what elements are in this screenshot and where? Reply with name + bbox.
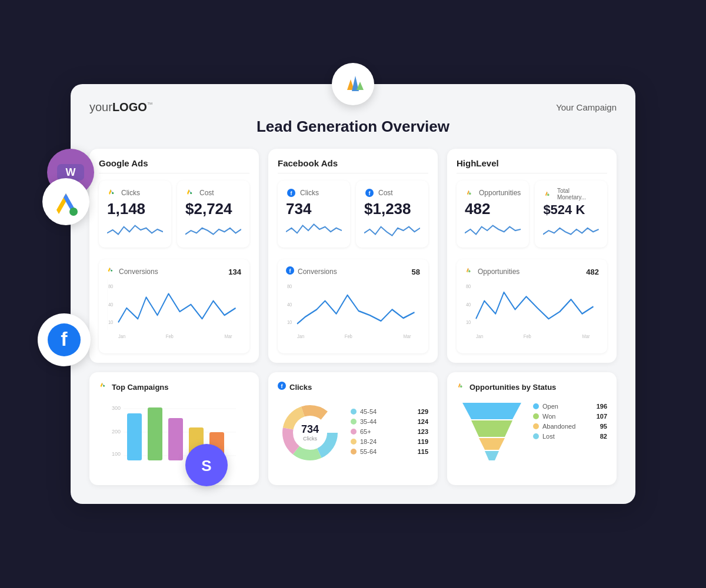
svg-text:10: 10: [108, 319, 114, 325]
legend-item-55-64: 55-64 115: [351, 448, 428, 455]
legend-label: 45-54: [360, 408, 414, 415]
svg-marker-82: [471, 420, 512, 437]
google-conv-value: 134: [228, 268, 241, 276]
fb-cost-sparkline: [364, 220, 420, 239]
hl-opps-chart-icon: [465, 266, 474, 277]
bottom-sections-grid: Top Campaigns 300 200 100: [89, 372, 617, 485]
legend-val: 95: [600, 423, 607, 430]
dashboard-panel: yourLOGO™ Your Campaign Lead Generation …: [71, 84, 635, 505]
legend-dot: [533, 423, 539, 429]
dashboard-wrapper: W f S yourLOGO™ Your Campaign: [71, 84, 635, 505]
ops-by-status-panel: Opportunities by Status: [447, 372, 617, 485]
legend-val: 107: [597, 413, 607, 420]
google-clicks-label: Clicks: [121, 189, 140, 197]
google-ads-section: Google Ads: [89, 149, 259, 363]
svg-text:Feb: Feb: [166, 333, 174, 340]
funnel-legend: Open 196 Won 107 Abandoned 95: [533, 397, 607, 443]
svg-point-21: [111, 270, 112, 272]
fb-conv-label: Conversions: [298, 268, 337, 276]
svg-marker-83: [479, 438, 505, 450]
hl-opps-card: Opportunities 482: [457, 181, 529, 248]
legend-dot: [533, 403, 539, 409]
legend-dot: [351, 409, 357, 415]
svg-point-43: [469, 192, 471, 195]
legend-label: 18-24: [360, 438, 414, 445]
legend-item-open: Open 196: [533, 403, 607, 410]
legend-label: Abandoned: [542, 423, 597, 430]
highlevel-metrics-row: Opportunities 482: [457, 181, 607, 248]
legend-label: 55-64: [360, 448, 414, 455]
google-conv-icon: [107, 266, 115, 277]
highlevel-icon: [465, 188, 475, 198]
svg-text:200: 200: [112, 429, 121, 435]
highlevel-title: HighLevel: [457, 158, 607, 173]
hl-opps-chart-label: Opportunities: [478, 268, 519, 276]
top-campaigns-title: Top Campaigns: [112, 383, 169, 392]
hl-monetary-value: $524 K: [543, 203, 599, 217]
legend-dot: [351, 429, 357, 435]
facebook-icon: f: [286, 188, 297, 198]
stripe-float-icon: S: [185, 444, 228, 486]
hl-opps-sparkline: [465, 220, 521, 239]
google-cost-sparkline: [185, 220, 241, 239]
legend-item-65plus: 65+ 123: [351, 428, 428, 435]
svg-text:Feb: Feb: [524, 333, 531, 340]
highlevel-section: HighLevel: [447, 149, 617, 363]
donut-center-num: 734: [301, 424, 319, 436]
google-clicks-sparkline: [107, 220, 163, 239]
donut-center-sub: Clicks: [301, 436, 319, 442]
hl-opps-value: 482: [465, 201, 521, 218]
svg-text:80: 80: [108, 283, 114, 289]
svg-point-80: [460, 386, 462, 388]
ops-status-icon: [457, 382, 466, 392]
legend-val: 115: [418, 448, 428, 455]
hl-opps-chart-value: 482: [586, 268, 599, 276]
svg-text:f: f: [61, 328, 68, 350]
funnel-chart: [457, 397, 527, 467]
facebook-metrics-row: f Clicks 734 f: [278, 181, 428, 248]
fb-conv-icon: f: [286, 266, 294, 277]
hl-opportunities-chart: Opportunities 482 80 40 10 Jan Feb Mar: [457, 259, 607, 353]
hl-opps-line-chart: 80 40 10 Jan Feb Mar: [465, 279, 599, 344]
fb-cost-value: $1,238: [364, 201, 420, 218]
ops-status-title: Opportunities by Status: [469, 383, 556, 392]
svg-text:100: 100: [112, 451, 121, 457]
google-ads-cost-icon: [185, 188, 196, 198]
legend-val: 196: [597, 403, 607, 410]
funnel-container: Open 196 Won 107 Abandoned 95: [457, 397, 607, 467]
donut-container: 734 Clicks 45-54 129 35-44: [278, 398, 428, 465]
svg-text:Jan: Jan: [297, 333, 304, 340]
google-conversions-chart: Conversions 134 80 40 10 Jan Feb: [99, 259, 249, 353]
facebook-float-icon: f: [38, 313, 91, 366]
legend-val: 129: [418, 408, 428, 415]
top-campaigns-icon: [99, 382, 108, 392]
google-clicks-value: 1,148: [107, 201, 163, 218]
fb-clicks-donut-title: Clicks: [289, 383, 312, 392]
svg-point-9: [69, 208, 78, 216]
svg-text:Jan: Jan: [118, 333, 125, 340]
svg-text:Mar: Mar: [582, 333, 590, 340]
svg-text:10: 10: [466, 319, 471, 325]
sections-grid: Google Ads: [89, 149, 617, 363]
fb-cost-card: f Cost $1,238: [356, 181, 428, 248]
legend-label: 35-44: [360, 418, 414, 425]
fb-conv-line-chart: 80 40 10 Jan Feb Mar: [286, 279, 420, 344]
fb-clicks-donut-icon: f: [278, 382, 286, 392]
google-cost-label: Cost: [199, 189, 214, 197]
svg-text:Mar: Mar: [404, 333, 411, 340]
svg-text:W: W: [66, 166, 76, 178]
hl-monetary-card: Total Monetary... $524 K: [535, 181, 607, 248]
google-clicks-card: Clicks 1,148: [99, 181, 171, 248]
legend-dot: [351, 439, 357, 445]
legend-item-18-24: 18-24 119: [351, 438, 428, 445]
highlevel-monetary-icon: [543, 189, 554, 199]
legend-item-won: Won 107: [533, 413, 607, 420]
fb-cost-label: Cost: [378, 189, 393, 197]
facebook-cost-icon: f: [364, 188, 375, 198]
fb-clicks-donut-panel: f Clicks: [268, 372, 438, 485]
legend-item-abandoned: Abandoned 95: [533, 423, 607, 430]
legend-dot: [351, 419, 357, 425]
svg-rect-66: [148, 407, 162, 460]
facebook-ads-section: Facebook Ads f Clicks 734: [268, 149, 438, 363]
donut-center: 734 Clicks: [301, 424, 319, 442]
